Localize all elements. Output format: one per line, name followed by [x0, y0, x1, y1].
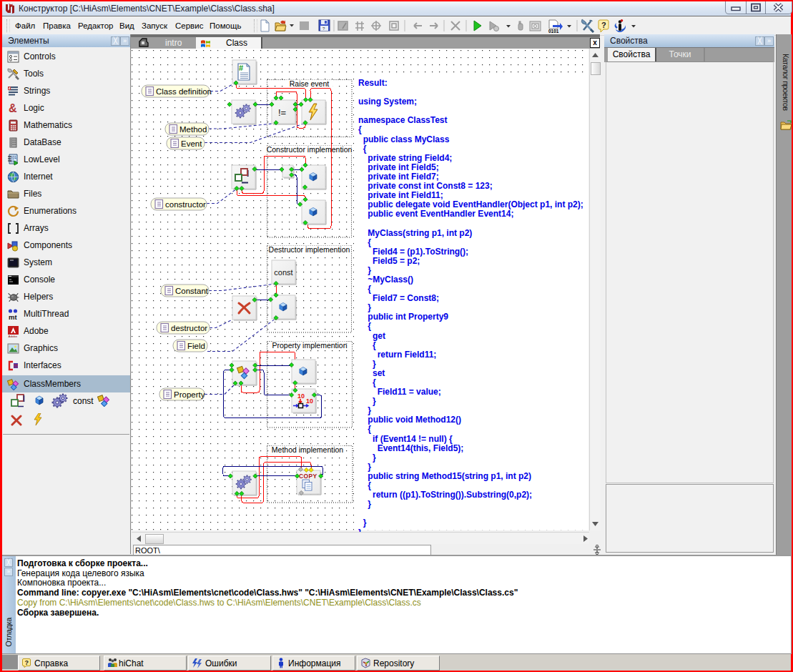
svg-text:0101: 0101	[548, 29, 559, 33]
svg-text:?: ?	[601, 21, 606, 29]
svg-text:COPY: COPY	[299, 473, 317, 480]
svg-text:Property: Property	[174, 390, 205, 399]
svg-text:const: const	[274, 268, 292, 277]
svg-text:Raise event: Raise event	[290, 79, 330, 88]
svg-text:mt: mt	[9, 313, 17, 321]
svg-text:Class definition: Class definition	[156, 87, 212, 96]
svg-text:Constant: Constant	[175, 287, 209, 295]
svg-text:Event: Event	[181, 139, 202, 148]
svg-text:&: &	[9, 102, 17, 114]
svg-text:?: ?	[25, 659, 29, 666]
svg-text:constructor: constructor	[165, 200, 206, 209]
svg-text:Destructor implemention: Destructor implemention	[269, 245, 350, 254]
svg-text:#: #	[239, 64, 243, 72]
svg-text:Property implemention: Property implemention	[272, 341, 347, 350]
svg-text:Adobe: Adobe	[9, 335, 18, 338]
svg-text:!=: !=	[278, 107, 286, 118]
svg-text:Field: Field	[187, 342, 205, 350]
svg-text:Method: Method	[179, 125, 207, 134]
svg-text:10: 10	[306, 397, 313, 405]
svg-text:10: 10	[297, 392, 305, 400]
svg-text:Constructor implemention: Constructor implemention	[267, 145, 353, 154]
svg-text:destructor: destructor	[171, 324, 207, 332]
svg-text:Method implemention: Method implemention	[272, 445, 344, 454]
